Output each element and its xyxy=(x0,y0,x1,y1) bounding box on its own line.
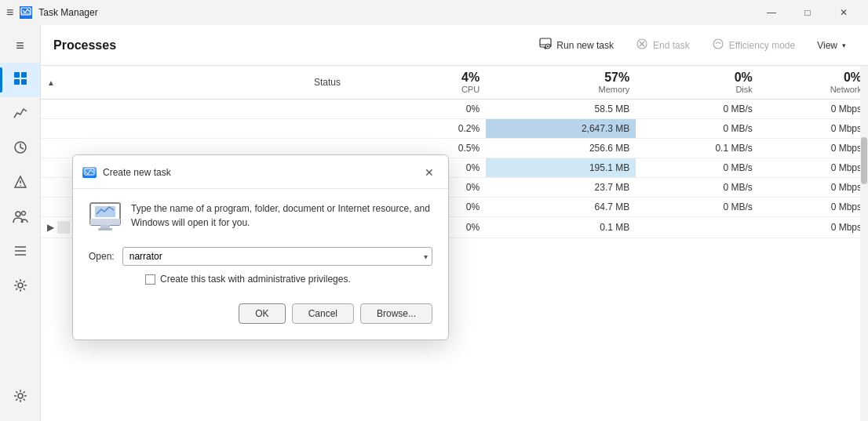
dialog-input-container: ▾ xyxy=(122,247,432,266)
col-header-name[interactable]: ▲ xyxy=(41,66,308,100)
dialog-open-label: Open: xyxy=(89,251,115,262)
efficiency-mode-label: Efficiency mode xyxy=(729,40,796,51)
col-header-disk[interactable]: 0% Disk xyxy=(636,66,759,100)
sidebar-item-services[interactable] xyxy=(0,270,40,304)
sort-arrow-up: ▲ xyxy=(47,78,55,87)
hamburger-menu-icon[interactable]: ≡ xyxy=(6,5,13,20)
admin-privileges-checkbox[interactable] xyxy=(145,274,155,285)
dialog-open-row: Open: ▾ xyxy=(89,247,432,266)
services-icon xyxy=(13,278,28,297)
settings-icon xyxy=(13,388,28,408)
memory-label: Memory xyxy=(492,85,629,94)
svg-rect-32 xyxy=(100,225,110,228)
efficiency-mode-button[interactable]: Efficiency mode xyxy=(702,33,805,57)
page-title: Processes xyxy=(53,38,527,53)
network-pct: 0% xyxy=(765,71,862,85)
cpu-label: CPU xyxy=(408,85,480,94)
dialog-info-row: Type the name of a program, folder, docu… xyxy=(89,201,432,234)
table-row[interactable]: 0.2% 2,647.3 MB 0 MB/s 0 Mbps xyxy=(41,119,868,139)
process-disk: 0 MB/s xyxy=(636,178,759,198)
dialog-checkbox-row: Create this task with administrative pri… xyxy=(145,274,432,285)
dialog-computer-icon xyxy=(89,201,122,234)
svg-rect-3 xyxy=(21,72,27,78)
run-new-task-button[interactable]: Run new task xyxy=(530,33,623,57)
create-new-task-dialog: Create new task ✕ Type the name of a pro… xyxy=(72,154,449,340)
dialog-buttons: OK Cancel Browse... xyxy=(89,297,432,327)
sidebar-item-startup[interactable] xyxy=(0,166,40,201)
process-cpu: 0.2% xyxy=(402,119,486,139)
process-network: 0 Mbps xyxy=(759,100,868,119)
col-header-memory[interactable]: 57% Memory xyxy=(486,66,636,100)
process-network: 0 Mbps xyxy=(759,139,868,158)
process-name xyxy=(41,119,308,139)
col-header-status[interactable]: Status xyxy=(308,66,402,100)
process-memory: 2,647.3 MB xyxy=(486,119,636,139)
table-header-row: ▲ Status 4% CPU 57% Memory xyxy=(41,66,868,100)
svg-point-11 xyxy=(21,211,25,215)
cpu-pct: 4% xyxy=(408,71,480,85)
dialog-ok-button[interactable]: OK xyxy=(239,303,285,324)
dialog-title: Create new task xyxy=(103,167,414,178)
svg-rect-33 xyxy=(98,228,112,230)
svg-point-10 xyxy=(16,212,20,216)
sidebar-item-apphistory[interactable] xyxy=(0,132,40,166)
sidebar-item-users[interactable] xyxy=(0,201,40,235)
close-button[interactable]: ✕ xyxy=(826,0,862,25)
view-label: View xyxy=(817,40,837,51)
run-task-icon xyxy=(539,38,552,53)
dialog-cancel-button[interactable]: Cancel xyxy=(292,303,354,324)
window-controls: — □ ✕ xyxy=(753,0,862,25)
process-network: 0 Mbps xyxy=(759,198,868,217)
process-cpu: 0% xyxy=(402,100,486,119)
expand-icon: ▶ xyxy=(47,222,54,233)
process-network: 0 Mbps xyxy=(759,158,868,178)
memory-pct: 57% xyxy=(492,71,629,85)
scrollbar-track[interactable] xyxy=(860,66,868,421)
sidebar-item-hamburger[interactable]: ≡ xyxy=(0,28,40,63)
process-app-icon xyxy=(57,221,70,234)
end-task-label: End task xyxy=(653,40,690,51)
process-disk: 0 MB/s xyxy=(636,158,759,178)
details-icon xyxy=(13,243,28,263)
apphistory-icon xyxy=(13,140,28,159)
process-network: 0 Mbps xyxy=(759,178,868,198)
dialog-close-button[interactable]: ✕ xyxy=(420,163,439,182)
sidebar-item-details[interactable] xyxy=(0,235,40,270)
app-title: Task Manager xyxy=(38,7,747,18)
svg-rect-30 xyxy=(90,219,120,225)
performance-icon xyxy=(13,105,28,125)
minimize-button[interactable]: — xyxy=(753,0,790,25)
disk-label: Disk xyxy=(642,85,753,94)
maximize-button[interactable]: □ xyxy=(790,0,826,25)
process-memory: 58.5 MB xyxy=(486,100,636,119)
end-task-button[interactable]: End task xyxy=(626,33,699,57)
col-header-network[interactable]: 0% Network xyxy=(759,66,868,100)
process-status xyxy=(308,100,402,119)
process-status xyxy=(308,119,402,139)
app-icon xyxy=(20,6,32,19)
svg-point-9 xyxy=(20,184,21,186)
dialog-browse-button[interactable]: Browse... xyxy=(360,303,432,324)
dialog-open-input[interactable] xyxy=(122,247,432,266)
dialog-body: Type the name of a program, folder, docu… xyxy=(73,189,448,339)
process-memory: 256.6 MB xyxy=(486,139,636,158)
view-button[interactable]: View ▾ xyxy=(808,35,855,56)
process-memory: 23.7 MB xyxy=(486,178,636,198)
svg-point-16 xyxy=(18,394,23,398)
dialog-description: Type the name of a program, folder, docu… xyxy=(131,201,432,230)
sidebar-item-processes[interactable] xyxy=(0,63,40,97)
sidebar-item-performance[interactable] xyxy=(0,97,40,132)
table-row[interactable]: 0% 58.5 MB 0 MB/s 0 Mbps xyxy=(41,100,868,119)
process-name xyxy=(41,100,308,119)
process-disk: 0 MB/s xyxy=(636,100,759,119)
process-disk: 0 MB/s xyxy=(636,119,759,139)
efficiency-icon xyxy=(712,38,724,53)
scrollbar-thumb[interactable] xyxy=(861,137,867,184)
sidebar-item-settings[interactable] xyxy=(0,380,40,415)
dialog-app-icon xyxy=(82,167,97,178)
process-disk: 0 MB/s xyxy=(636,198,759,217)
svg-rect-4 xyxy=(14,79,20,85)
process-memory: 0.1 MB xyxy=(486,217,636,238)
col-header-cpu[interactable]: 4% CPU xyxy=(402,66,486,100)
disk-pct: 0% xyxy=(642,71,753,85)
